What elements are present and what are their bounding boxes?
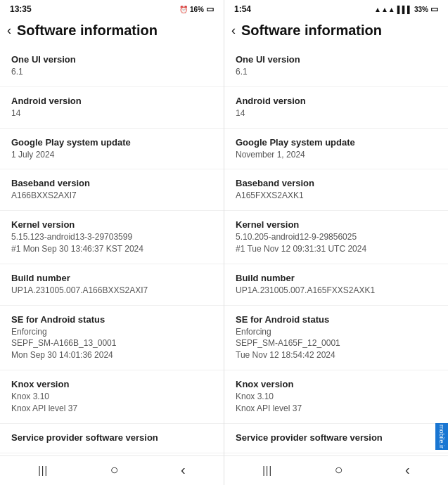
status-time: 13:35 xyxy=(10,4,32,14)
list-item: Baseband versionA165FXXS2AXK1 xyxy=(224,169,448,211)
info-list: One UI version6.1Android version14Google… xyxy=(224,46,448,455)
info-item-value: Knox 3.10 Knox API level 37 xyxy=(11,391,212,415)
list-item: SE for Android statusEnforcing SEPF_SM-A… xyxy=(0,306,224,370)
info-item-value: Knox 3.10 Knox API level 37 xyxy=(236,391,437,415)
info-item-value: Enforcing SEPF_SM-A165F_12_0001 Tue Nov … xyxy=(236,326,437,361)
list-item: Build numberUP1A.231005.007.A165FXXS2AXK… xyxy=(224,264,448,306)
list-item: Service provider software version xyxy=(0,424,224,453)
nav-recent-button[interactable]: ||| xyxy=(262,465,272,476)
status-bar: 1:54▲▲▲▌▌▌33%▭ xyxy=(224,0,448,17)
watermark: mobile.ir xyxy=(435,423,448,450)
page-header: ‹Software information xyxy=(224,17,448,46)
page-header: ‹Software information xyxy=(0,17,224,46)
list-item: Google Play system updateNovember 1, 202… xyxy=(224,129,448,170)
list-item: Baseband versionA166BXXS2AXI7 xyxy=(0,169,224,211)
info-item-value: A165FXXS2AXK1 xyxy=(236,190,437,202)
info-item-value: November 1, 2024 xyxy=(236,149,437,161)
nav-home-button[interactable]: ○ xyxy=(335,462,343,478)
info-item-label: Baseband version xyxy=(236,178,437,188)
info-list: One UI version6.1Android version14Google… xyxy=(0,46,224,455)
list-item: Android version14 xyxy=(0,87,224,129)
info-item-label: SE for Android status xyxy=(236,314,437,325)
info-item-label: Knox version xyxy=(11,379,212,389)
list-item: Google Play system update1 July 2024 xyxy=(0,129,224,170)
back-button[interactable]: ‹ xyxy=(231,23,236,38)
info-item-value: 14 xyxy=(11,108,212,119)
signal-icon: ▌▌▌ xyxy=(397,6,412,13)
info-item-label: Service provider software version xyxy=(11,432,212,443)
nav-home-button[interactable]: ○ xyxy=(110,462,119,478)
alarm-icon: ⏰ xyxy=(179,6,188,13)
info-item-label: Build number xyxy=(11,273,212,283)
list-item: Knox versionKnox 3.10 Knox API level 37 xyxy=(0,370,224,424)
info-item-label: One UI version xyxy=(236,54,437,65)
info-item-value: UP1A.231005.007.A166BXXS2AXI7 xyxy=(11,285,212,297)
info-item-label: Android version xyxy=(236,96,437,106)
page-title: Software information xyxy=(241,22,382,39)
wifi-icon: ▲▲▲ xyxy=(374,6,395,13)
nav-recent-button[interactable]: ||| xyxy=(38,465,48,476)
info-item-label: Knox version xyxy=(236,379,437,389)
info-item-value: A166BXXS2AXI7 xyxy=(11,190,212,202)
list-item: One UI version6.1 xyxy=(0,46,224,87)
status-bar: 13:35⏰16%▭ xyxy=(0,0,224,17)
battery-icon: ▭ xyxy=(206,4,214,14)
list-item: Kernel version5.10.205-android12-9-29856… xyxy=(224,211,448,264)
info-item-label: Google Play system update xyxy=(11,137,212,148)
list-item: One UI version6.1 xyxy=(224,46,448,87)
nav-bar: |||○‹ xyxy=(224,455,448,485)
info-item-value: 6.1 xyxy=(236,66,437,78)
battery-text: 16% xyxy=(190,6,204,13)
info-item-label: Baseband version xyxy=(11,178,212,188)
phone-panel-right: 1:54▲▲▲▌▌▌33%▭‹Software informationOne U… xyxy=(224,0,448,485)
list-item: Build numberUP1A.231005.007.A166BXXS2AXI… xyxy=(0,264,224,306)
info-item-value: 1 July 2024 xyxy=(11,149,212,161)
info-item-value: UP1A.231005.007.A165FXXS2AXK1 xyxy=(236,285,437,297)
status-icons: ▲▲▲▌▌▌33%▭ xyxy=(374,4,438,14)
list-item: Service provider software version xyxy=(224,424,448,453)
page-title: Software information xyxy=(17,22,158,39)
nav-bar: |||○‹ xyxy=(0,455,224,485)
nav-back-button[interactable]: ‹ xyxy=(405,462,410,478)
info-item-label: Kernel version xyxy=(236,219,437,230)
list-item: SE for Android statusEnforcing SEPF_SM-A… xyxy=(224,306,448,370)
list-item: Knox versionKnox 3.10 Knox API level 37 xyxy=(224,370,448,424)
battery-icon: ▭ xyxy=(430,4,438,14)
info-item-label: SE for Android status xyxy=(11,314,212,325)
back-button[interactable]: ‹ xyxy=(7,23,11,38)
list-item: Kernel version5.15.123-android13-3-29703… xyxy=(0,211,224,264)
info-item-value: 5.15.123-android13-3-29703599 #1 Mon Sep… xyxy=(11,231,212,255)
battery-text: 33% xyxy=(414,6,428,13)
info-item-label: One UI version xyxy=(11,54,212,65)
info-item-label: Android version xyxy=(11,96,212,106)
info-item-value: 5.10.205-android12-9-29856025 #1 Tue Nov… xyxy=(236,231,437,255)
info-item-label: Google Play system update xyxy=(236,137,437,148)
list-item: Android version14 xyxy=(224,87,448,129)
nav-back-button[interactable]: ‹ xyxy=(181,462,186,478)
info-item-value: 6.1 xyxy=(11,66,212,78)
phone-panel-left: 13:35⏰16%▭‹Software informationOne UI ve… xyxy=(0,0,224,485)
status-time: 1:54 xyxy=(234,4,251,14)
info-item-value: Enforcing SEPF_SM-A166B_13_0001 Mon Sep … xyxy=(11,326,212,361)
info-item-label: Kernel version xyxy=(11,219,212,230)
info-item-value: 14 xyxy=(236,108,437,119)
status-icons: ⏰16%▭ xyxy=(179,4,214,14)
info-item-label: Build number xyxy=(236,273,437,283)
info-item-label: Service provider software version xyxy=(236,432,437,443)
